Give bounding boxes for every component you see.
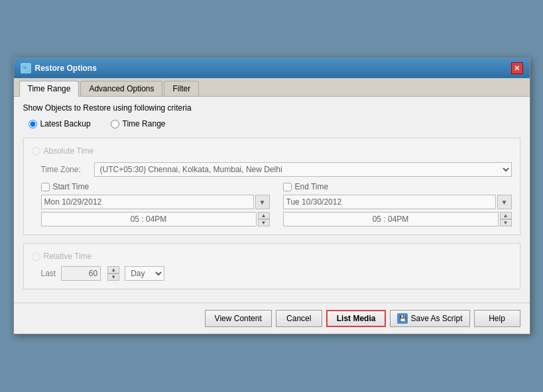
- tab-time-range[interactable]: Time Range: [19, 81, 80, 97]
- end-time-spin-down[interactable]: ▼: [500, 219, 512, 226]
- restore-mode-group: Latest Backup Time Range: [23, 119, 520, 128]
- start-time-spin-down[interactable]: ▼: [258, 219, 270, 226]
- tab-bar: Time Range Advanced Options Filter: [14, 78, 530, 97]
- tab-advanced-options[interactable]: Advanced Options: [80, 81, 162, 96]
- start-date-row: ▼: [41, 195, 270, 209]
- relative-time-label: Relative Time: [44, 252, 92, 261]
- timezone-row: Time Zone: (UTC+05:30) Chennai, Kolkata,…: [32, 162, 512, 177]
- start-time-header: Start Time: [41, 182, 270, 191]
- latest-backup-label: Latest Backup: [40, 119, 91, 128]
- end-date-dropdown[interactable]: ▼: [497, 195, 512, 209]
- latest-backup-input[interactable]: [29, 120, 37, 128]
- end-time-spinner: ▲ ▼: [500, 212, 512, 226]
- tab-filter[interactable]: Filter: [164, 81, 199, 96]
- start-date-dropdown[interactable]: ▼: [255, 195, 270, 209]
- list-media-button[interactable]: List Media: [326, 310, 387, 327]
- restore-options-window: 🔧 Restore Options ✕ Time Range Advanced …: [13, 58, 530, 334]
- relative-time-radio-row: Relative Time: [32, 252, 512, 261]
- start-time-input[interactable]: [41, 212, 257, 226]
- end-time-input-row: ▲ ▼: [283, 212, 512, 226]
- help-button[interactable]: Help: [474, 310, 520, 327]
- close-button[interactable]: ✕: [511, 62, 523, 74]
- timezone-label: Time Zone:: [41, 165, 94, 174]
- relative-spin-down[interactable]: ▼: [107, 273, 119, 281]
- footer: View Content Cancel List Media 💾 Save As…: [14, 303, 530, 334]
- absolute-time-section: Absolute Time Time Zone: (UTC+05:30) Che…: [23, 138, 520, 235]
- save-as-script-button[interactable]: 💾 Save As Script: [390, 310, 469, 327]
- start-time-fields: ▼ ▲ ▼: [41, 195, 270, 226]
- start-time-spin-up[interactable]: ▲: [258, 212, 270, 219]
- time-range-input[interactable]: [111, 120, 119, 128]
- end-time-checkbox[interactable]: [283, 183, 292, 191]
- timezone-select[interactable]: (UTC+05:30) Chennai, Kolkata, Mumbai, Ne…: [94, 162, 512, 177]
- timezone-select-wrapper: (UTC+05:30) Chennai, Kolkata, Mumbai, Ne…: [94, 162, 512, 177]
- cancel-button[interactable]: Cancel: [276, 310, 322, 327]
- end-time-col: End Time ▼ ▲ ▼: [283, 182, 512, 226]
- absolute-time-radio[interactable]: [32, 147, 40, 156]
- start-time-col: Start Time ▼ ▲ ▼: [41, 182, 270, 226]
- time-columns: Start Time ▼ ▲ ▼: [32, 182, 512, 226]
- latest-backup-radio[interactable]: Latest Backup: [29, 119, 91, 128]
- absolute-time-label: Absolute Time: [44, 146, 94, 156]
- start-time-input-row: ▲ ▼: [41, 212, 270, 226]
- save-as-script-label: Save As Script: [410, 314, 462, 323]
- view-content-button[interactable]: View Content: [205, 310, 272, 327]
- relative-spin-up[interactable]: ▲: [107, 266, 119, 273]
- absolute-time-radio-row: Absolute Time: [32, 146, 512, 156]
- save-script-icon: 💾: [397, 313, 408, 324]
- end-time-header: End Time: [283, 182, 512, 191]
- title-bar: 🔧 Restore Options ✕: [14, 58, 530, 78]
- end-time-label: End Time: [295, 182, 329, 191]
- time-range-label: Time Range: [123, 119, 166, 128]
- relative-value-spinner: ▲ ▼: [107, 266, 119, 281]
- window-icon: 🔧: [21, 63, 31, 74]
- end-date-input[interactable]: [283, 195, 496, 209]
- relative-time-radio[interactable]: [32, 252, 40, 261]
- last-label: Last: [41, 269, 56, 278]
- start-time-checkbox[interactable]: [41, 183, 50, 191]
- relative-value-input[interactable]: [61, 266, 101, 281]
- start-time-spinner: ▲ ▼: [258, 212, 270, 226]
- start-date-input[interactable]: [41, 195, 254, 209]
- relative-time-controls: Last ▲ ▼ Day Hour Week Month: [32, 266, 512, 281]
- end-time-input[interactable]: [283, 212, 499, 226]
- relative-unit-select[interactable]: Day Hour Week Month: [125, 266, 164, 281]
- tab-content: Show Objects to Restore using following …: [14, 97, 530, 303]
- end-time-spin-up[interactable]: ▲: [500, 212, 512, 219]
- end-date-row: ▼: [283, 195, 512, 209]
- start-time-label: Start Time: [53, 182, 90, 191]
- window-title: Restore Options: [35, 64, 97, 73]
- time-range-radio[interactable]: Time Range: [111, 119, 166, 128]
- relative-time-section: Relative Time Last ▲ ▼ Day Hour Week Mon…: [23, 243, 520, 289]
- end-time-fields: ▼ ▲ ▼: [283, 195, 512, 226]
- description-text: Show Objects to Restore using following …: [23, 103, 520, 113]
